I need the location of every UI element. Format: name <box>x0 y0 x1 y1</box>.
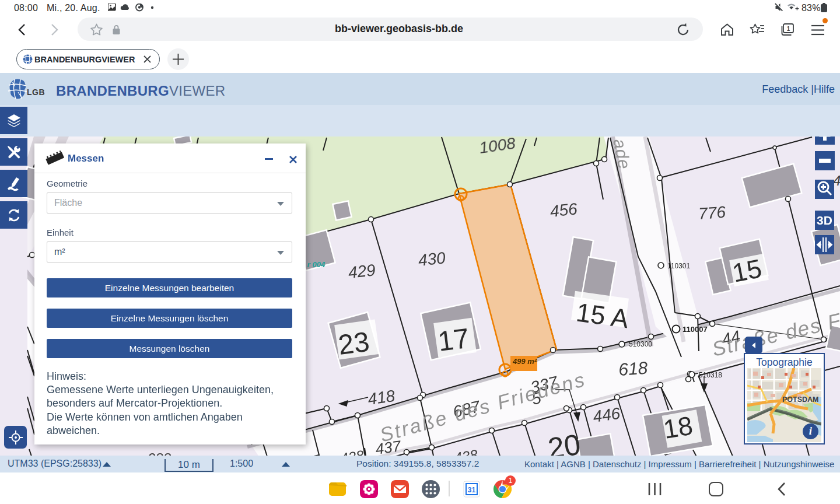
svg-text:510318: 510318 <box>699 371 722 379</box>
svg-text:17: 17 <box>436 323 471 357</box>
svg-text:r 004: r 004 <box>307 260 326 269</box>
svg-text:23: 23 <box>337 326 371 360</box>
svg-text:618: 618 <box>618 358 649 379</box>
svg-text:15: 15 <box>730 253 764 288</box>
svg-text:110301: 110301 <box>667 262 690 270</box>
svg-text:456: 456 <box>549 200 578 220</box>
svg-text:110007: 110007 <box>682 325 708 334</box>
svg-text:POTSDAM: POTSDAM <box>782 396 819 404</box>
svg-text:510300: 510300 <box>629 340 652 348</box>
svg-text:499 m²: 499 m² <box>512 357 537 366</box>
svg-text:1: 1 <box>787 26 790 32</box>
svg-text:776: 776 <box>698 203 726 223</box>
svg-text:3D: 3D <box>817 214 832 227</box>
svg-text:18: 18 <box>662 411 695 444</box>
svg-text:31: 31 <box>468 486 476 494</box>
svg-text:446: 446 <box>592 404 622 426</box>
svg-text:429: 429 <box>347 261 376 282</box>
svg-text:430: 430 <box>417 249 446 270</box>
svg-text:418: 418 <box>367 387 397 408</box>
